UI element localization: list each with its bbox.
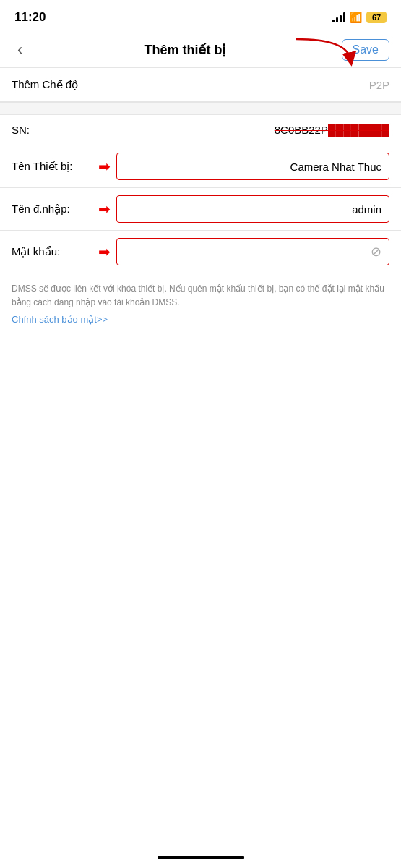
password-row: Mật khẩu: ➡ ⊘ xyxy=(0,231,401,273)
nav-bar: ‹ Thêm thiết bị Save xyxy=(0,32,401,68)
status-icons: 📶 67 xyxy=(332,12,387,23)
toggle-password-icon[interactable]: ⊘ xyxy=(371,244,381,260)
mode-row[interactable]: Thêm Chế độ P2P xyxy=(0,68,401,102)
section-spacer xyxy=(0,102,401,115)
sn-row: SN: 8C0BB22P████████ xyxy=(0,115,401,145)
device-name-input-box[interactable] xyxy=(116,153,389,180)
form-section: Tên Thiết bị: ➡ Tên đ.nhập: ➡ Mật khẩu: … xyxy=(0,145,401,273)
username-row: Tên đ.nhập: ➡ xyxy=(0,188,401,231)
device-name-row: Tên Thiết bị: ➡ xyxy=(0,145,401,188)
home-indicator xyxy=(158,856,244,859)
page-title: Thêm thiết bị xyxy=(28,42,341,58)
sn-value: 8C0BB22P████████ xyxy=(275,124,389,136)
sn-label: SN: xyxy=(12,124,48,136)
privacy-link[interactable]: Chính sách bảo mật>> xyxy=(12,314,389,325)
wifi-icon: 📶 xyxy=(350,12,362,23)
arrow-device-name: ➡ xyxy=(98,158,111,175)
info-text: DMSS sẽ được liên kết với khóa thiết bị.… xyxy=(12,282,389,310)
username-input-box[interactable] xyxy=(116,195,389,223)
battery-indicator: 67 xyxy=(366,12,387,23)
mode-label: Thêm Chế độ xyxy=(12,78,78,91)
device-name-label: Tên Thiết bị: xyxy=(12,160,98,173)
status-bar: 11:20 📶 67 xyxy=(0,0,401,32)
signal-icon xyxy=(332,12,345,22)
arrow-password: ➡ xyxy=(98,243,111,260)
username-label: Tên đ.nhập: xyxy=(12,203,98,216)
device-name-input[interactable] xyxy=(124,161,381,173)
password-input-box[interactable]: ⊘ xyxy=(116,238,389,265)
username-input[interactable] xyxy=(124,203,381,216)
password-input[interactable] xyxy=(124,246,365,258)
arrow-username: ➡ xyxy=(98,200,111,218)
mode-value: P2P xyxy=(369,79,389,91)
save-button[interactable]: Save xyxy=(342,39,389,61)
info-text-section: DMSS sẽ được liên kết với khóa thiết bị.… xyxy=(0,273,401,333)
password-label: Mật khẩu: xyxy=(12,245,98,258)
status-time: 11:20 xyxy=(14,10,46,25)
back-button[interactable]: ‹ xyxy=(12,38,28,62)
